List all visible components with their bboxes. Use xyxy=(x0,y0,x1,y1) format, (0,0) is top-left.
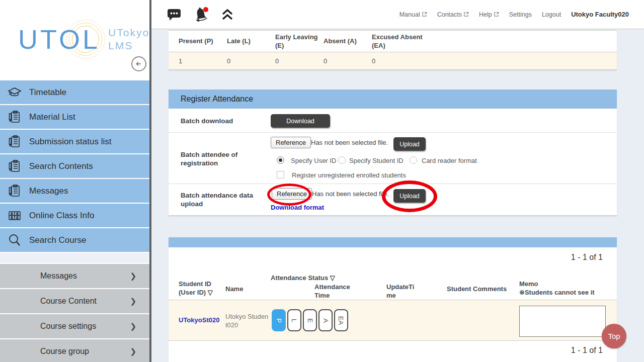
main-area: Manual Contacts Help Settings Logout Uto… xyxy=(151,0,644,362)
students-table-section: 1 - 1 of 1 Student ID (User ID) ▽ Name A… xyxy=(169,237,617,362)
student-id-link[interactable]: UTokyoSt020 xyxy=(179,316,219,324)
column-header: Late (L) xyxy=(227,31,273,52)
reference-button[interactable]: Reference xyxy=(272,188,312,200)
status-button-early-leaving[interactable]: E xyxy=(303,309,317,331)
sidebar-collapse-button[interactable] xyxy=(131,56,146,71)
upload-button[interactable]: Upload xyxy=(393,189,426,203)
table-header-bar xyxy=(169,237,617,247)
radio-label: Specify Student ID xyxy=(349,157,404,164)
column-header-name: Name xyxy=(225,285,243,293)
manual-link[interactable]: Manual xyxy=(399,11,427,18)
topbar-icons xyxy=(167,6,234,23)
sidebar-spacer xyxy=(0,253,149,263)
radio-label: Specify User ID xyxy=(291,157,336,164)
document-list-icon xyxy=(0,134,29,149)
sidebar-item-label: Messages xyxy=(29,186,68,196)
document-list-icon xyxy=(0,184,29,199)
sidebar-group-messages[interactable]: Messages ❯ xyxy=(0,264,149,288)
batch-attendee-row: Batch attendee of registration Reference… xyxy=(169,133,617,184)
memo-textarea[interactable] xyxy=(519,306,606,337)
arrow-left-icon xyxy=(135,60,143,68)
download-button[interactable]: Download xyxy=(271,114,330,128)
utol-logo: UTOL UTokyo LMS xyxy=(18,21,149,57)
column-header: Absent (A) xyxy=(324,31,370,52)
search-icon xyxy=(0,233,29,248)
messages-icon[interactable] xyxy=(167,8,182,22)
graduation-cap-icon xyxy=(0,85,29,100)
register-attendance-section: Register Attendance Batch download Downl… xyxy=(169,89,617,216)
logo-text: UTOL xyxy=(18,21,100,57)
student-row: UTokyoSt020 Utokyo Student020 P L E A EA xyxy=(169,300,617,341)
attendance-status-buttons: P L E A EA xyxy=(272,309,348,331)
scroll-to-top-button[interactable]: Top xyxy=(602,324,626,348)
attendance-summary-table: Present (P) Late (L) Early Leaving (E) A… xyxy=(169,30,617,70)
status-button-present[interactable]: P xyxy=(272,309,286,331)
logo-area: UTOL UTokyo LMS xyxy=(0,0,149,80)
sidebar-item-label: Search Contents xyxy=(29,161,93,171)
topbar-links: Manual Contacts Help Settings Logout Uto… xyxy=(399,11,629,18)
sidebar-item-search-course[interactable]: Search Course xyxy=(0,228,149,252)
download-format-link[interactable]: Download format xyxy=(271,204,324,211)
status-button-excused-absent[interactable]: EA xyxy=(334,309,348,331)
sidebar-group-label: Course group xyxy=(40,347,89,356)
document-list-icon xyxy=(0,159,29,174)
section-title: Register Attendance xyxy=(169,89,617,109)
contacts-link[interactable]: Contacts xyxy=(437,11,469,18)
student-name: Utokyo Student020 xyxy=(225,312,269,329)
summary-value: 0 xyxy=(227,52,273,69)
column-header-attendance-time: AttendanceTime xyxy=(314,283,351,300)
summary-header-row: Present (P) Late (L) Early Leaving (E) A… xyxy=(169,31,617,52)
column-header-student-id[interactable]: Student ID (User ID) ▽ xyxy=(179,280,213,297)
column-header-update-time: UpdateTime xyxy=(386,283,416,300)
register-unregistered-checkbox[interactable] xyxy=(277,171,284,178)
chevron-right-icon: ❯ xyxy=(130,297,136,306)
radio-specify-student-id[interactable] xyxy=(338,156,346,164)
column-header-student-comments: Student Comments xyxy=(447,285,507,293)
sidebar-item-label: Online Class Info xyxy=(29,211,94,221)
sidebar-item-submission-status-list[interactable]: Submission status list xyxy=(0,130,149,153)
radio-card-reader[interactable] xyxy=(410,156,417,164)
row-label: Batch attendee of registration xyxy=(181,150,261,167)
column-header-attendance-status[interactable]: Attendance Status ▽ xyxy=(271,274,335,282)
reference-button[interactable]: Reference xyxy=(271,137,311,148)
help-link[interactable]: Help xyxy=(479,11,499,18)
sidebar-item-messages[interactable]: Messages xyxy=(0,179,149,203)
sidebar-item-material-list[interactable]: Material List xyxy=(0,105,149,129)
notifications-bell-icon[interactable] xyxy=(193,6,210,23)
row-label: Batch download xyxy=(181,117,261,125)
sidebar-group-course-content[interactable]: Course Content ❯ xyxy=(0,289,149,313)
summary-value: 1 xyxy=(179,52,225,69)
summary-value: 0 xyxy=(324,52,370,69)
sidebar-item-label: Submission status list xyxy=(29,137,111,147)
topbar: Manual Contacts Help Settings Logout Uto… xyxy=(151,0,644,29)
logout-link[interactable]: Logout xyxy=(542,11,561,18)
status-button-late[interactable]: L xyxy=(287,309,301,331)
video-meeting-icon xyxy=(0,209,29,223)
page-content: Present (P) Late (L) Early Leaving (E) A… xyxy=(151,29,644,362)
pagination: 1 - 1 of 1 xyxy=(571,346,603,355)
column-header: Present (P) xyxy=(179,31,225,52)
chevron-right-icon: ❯ xyxy=(130,347,136,356)
radio-specify-user-id[interactable] xyxy=(277,156,284,164)
sidebar: UTOL UTokyo LMS Timetable Material L xyxy=(0,0,149,362)
logo-subtext: UTokyo LMS xyxy=(108,26,149,52)
status-button-absent[interactable]: A xyxy=(318,309,333,331)
summary-value-row: 1 0 0 0 0 xyxy=(169,52,617,69)
sidebar-group-course-group[interactable]: Course group ❯ xyxy=(0,339,149,362)
no-file-text: Has not been selected file. xyxy=(312,190,389,198)
collapse-up-icon[interactable] xyxy=(221,8,234,21)
summary-value: 0 xyxy=(275,52,321,69)
sidebar-item-timetable[interactable]: Timetable xyxy=(0,80,149,104)
students-header-row: Student ID (User ID) ▽ Name Attendance S… xyxy=(169,270,617,300)
sidebar-group-label: Course settings xyxy=(40,322,96,331)
sidebar-group-label: Course Content xyxy=(40,297,97,306)
external-link-icon xyxy=(463,12,469,17)
column-header: Early Leaving (E) xyxy=(275,31,321,52)
settings-link[interactable]: Settings xyxy=(509,11,532,18)
sidebar-item-label: Timetable xyxy=(29,87,66,98)
sidebar-group-course-settings[interactable]: Course settings ❯ xyxy=(0,314,149,338)
column-header-memo: Memo ※Students cannot see it xyxy=(519,280,595,297)
sidebar-item-online-class-info[interactable]: Online Class Info xyxy=(0,204,149,227)
upload-button[interactable]: Upload xyxy=(393,137,426,151)
sidebar-item-search-contents[interactable]: Search Contents xyxy=(0,154,149,178)
